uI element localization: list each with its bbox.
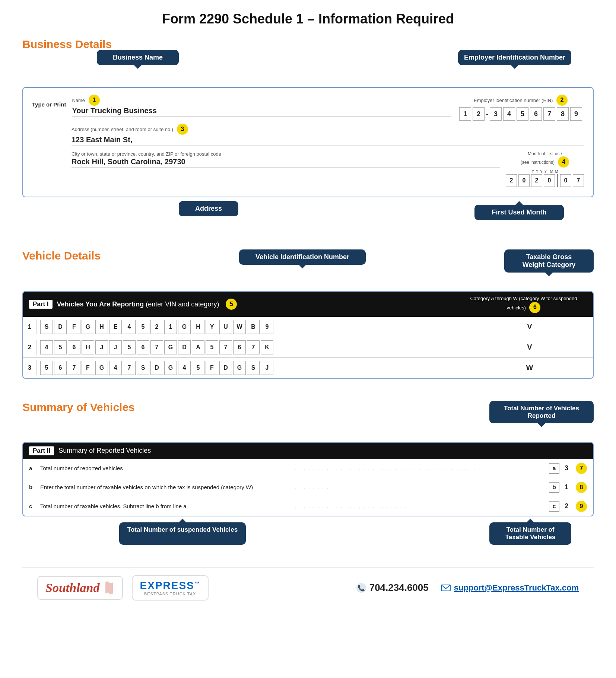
address-label: Address (number, street, and room or sui… (72, 124, 584, 135)
row-b-dots: . . . . . . . . . (295, 484, 549, 490)
express-logo: EXPRESS™ (140, 580, 200, 592)
vin-cell: 5 (40, 361, 53, 375)
category-tooltip: Taxable GrossWeight Category (504, 249, 594, 273)
name-badge: 1 (89, 95, 100, 106)
vin-cell: 4 (40, 340, 53, 354)
month-digit-5: 0 (560, 174, 571, 187)
vin-cell: E (109, 320, 122, 334)
vin-tooltip: Vehicle Identification Number (239, 249, 366, 265)
vehicle-header-text: Vehicles You Are Reporting (enter VIN an… (57, 300, 219, 308)
part-i-badge: Part I (29, 300, 53, 309)
month-digit-1: 2 (506, 174, 517, 187)
ein-digit-5: 5 (517, 107, 528, 121)
ein-digit-2: 2 (473, 107, 485, 121)
vin-cell: 7 (219, 340, 232, 354)
email-address[interactable]: support@ExpressTruckTax.com (454, 583, 579, 593)
footer-logos: Southland EXPRESS™ BESTPASS TRUCK TAX (37, 575, 209, 601)
vin-cell: W (233, 320, 246, 334)
summary-header-text: Summary of Reported Vehicles (58, 447, 151, 455)
row-c-dots: . . . . . . . . . . . . . . . . . . . . … (295, 503, 549, 509)
vin-cell: J (95, 340, 108, 354)
summary-section-title: Summary of Vehicles (22, 401, 135, 414)
vin-cell: 5 (54, 340, 67, 354)
row-c-text: Total number of taxable vehicles. Subtra… (40, 503, 295, 509)
vin-cell: 9 (261, 320, 273, 334)
vin-cell: 7 (150, 340, 163, 354)
business-form-box: Type or Print Name 1 Your Trucking Busin… (22, 87, 594, 197)
vin-cells-2: 4 5 6 H J J 5 6 7 G D A 5 7 6 7 K (36, 337, 466, 357)
type-or-print-label: Type or Print (32, 95, 66, 108)
ein-digit-8: 8 (557, 107, 569, 121)
vin-cell: G (95, 361, 108, 375)
result-value-a: 3 (561, 464, 572, 472)
badge-7: 7 (576, 463, 587, 474)
first-used-tooltip: First Used Month (474, 205, 564, 220)
row-num-3: 3 (23, 360, 36, 375)
vin-cell: G (233, 361, 246, 375)
business-name-tooltip: Business Name (97, 50, 179, 65)
vin-cell: S (40, 320, 53, 334)
month-label: Month of first use(see instructions) 4 (506, 151, 584, 168)
ein-digit-4: 4 (503, 107, 515, 121)
month-digit-3: 2 (531, 174, 542, 187)
contact-email[interactable]: support@ExpressTruckTax.com (441, 583, 579, 593)
vin-cell: 7 (68, 361, 80, 375)
vin-cell: 4 (123, 320, 136, 334)
vin-cell: D (178, 340, 191, 354)
vin-cell: G (164, 361, 177, 375)
result-value-b: 1 (561, 483, 572, 491)
vin-cell: 6 (233, 340, 246, 354)
vin-cell: J (109, 340, 122, 354)
vin-cell: B (247, 320, 260, 334)
summary-row-a: a Total number of reported vehicles . . … (23, 459, 593, 478)
vin-cell: 4 (178, 361, 191, 375)
puzzle-icon (104, 580, 115, 595)
southland-logo: Southland (45, 581, 100, 595)
footer: Southland EXPRESS™ BESTPASS TRUCK TAX 📞 … (22, 567, 594, 608)
vin-cell: F (206, 361, 218, 375)
vin-cells-3: 5 6 7 F G 4 7 S D G 4 5 F D G S J (36, 358, 466, 378)
ein-boxes: 1 2 - 3 4 5 6 7 8 9 (457, 107, 584, 121)
address-badge: 3 (177, 124, 188, 135)
vehicle-table-header: Part I Vehicles You Are Reporting (enter… (23, 292, 593, 317)
badge-8: 8 (576, 482, 587, 493)
row-b-text: Enter the total number of taxable vehicl… (40, 484, 295, 490)
row-a-result: a 3 7 (549, 463, 587, 474)
row-c-result: c 2 9 (549, 501, 587, 512)
ein-digit-1: 1 (459, 107, 471, 121)
name-value: Your Trucking Business (72, 106, 451, 117)
month-digit-6: 7 (573, 174, 584, 187)
summary-row-b: b Enter the total number of taxable vehi… (23, 478, 593, 497)
row-a-letter: a (29, 465, 36, 471)
result-letter-b: b (549, 482, 559, 493)
ein-dash: - (486, 110, 488, 118)
ein-digit-3: 3 (490, 107, 502, 121)
email-icon (441, 583, 451, 593)
cat-cell-2: V (466, 339, 593, 355)
vin-cell: F (82, 361, 94, 375)
vin-cell: H (82, 340, 94, 354)
address-value: 123 East Main St, (72, 136, 584, 146)
vin-cell: K (261, 340, 273, 354)
vehicle-section-title: Vehicle Details (22, 249, 101, 262)
suspended-tooltip: Total Number of suspended Vehicles (119, 522, 246, 545)
vin-cell: H (95, 320, 108, 334)
vehicle-row-3: 3 5 6 7 F G 4 7 S D G 4 5 F D G S J W (23, 358, 593, 378)
row-a-text: Total number of reported vehicles (40, 465, 295, 471)
phone-icon: 📞 (356, 583, 366, 593)
result-letter-c: c (549, 501, 559, 512)
vehicle-header-badge: 5 (226, 299, 237, 310)
vin-cell: D (219, 361, 232, 375)
vin-cell: J (261, 361, 273, 375)
vin-cell: 5 (192, 361, 204, 375)
row-a-dots: . . . . . . . . . . . . . . . . . . . . … (295, 465, 549, 471)
vin-cell: Y (206, 320, 218, 334)
page-title: Form 2290 Schedule 1 – Information Requi… (22, 11, 594, 27)
city-label: City or town, state or province, country… (72, 151, 500, 157)
vin-cell: 7 (123, 361, 136, 375)
vin-cell: U (219, 320, 232, 334)
phone-number: 704.234.6005 (369, 582, 429, 593)
vehicle-row-1: 1 S D F G H E 4 5 2 1 G H Y U W B 9 V (23, 317, 593, 337)
vin-cell: 6 (68, 340, 80, 354)
ein-digit-9: 9 (570, 107, 582, 121)
